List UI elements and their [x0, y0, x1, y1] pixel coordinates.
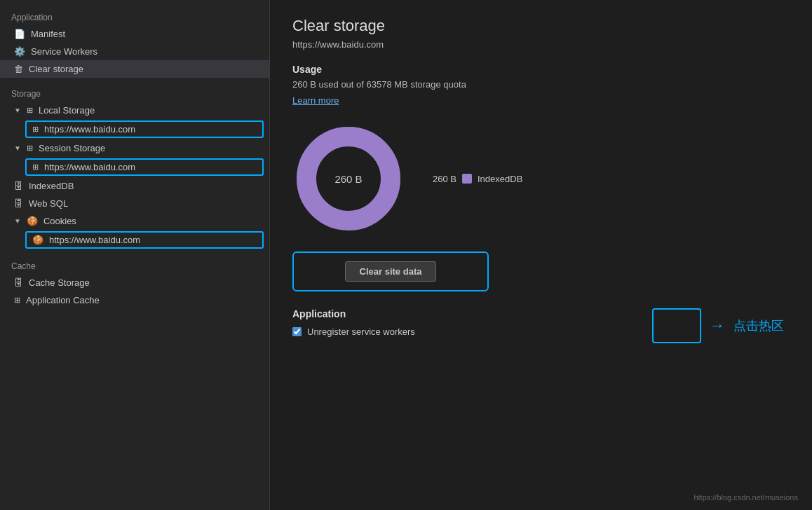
sidebar-item-clear-storage[interactable]: 🗑 Clear storage [0, 60, 269, 78]
section-label-cache: Cache [0, 256, 269, 274]
chevron-down-icon: ▼ [14, 106, 21, 114]
sidebar-item-indexed-db[interactable]: 🗄 IndexedDB [0, 177, 269, 195]
chart-area: 260 B 260 B IndexedDB [292, 123, 790, 235]
clear-storage-label: Clear storage [29, 64, 83, 74]
hotspot-label: 点击热区 [733, 317, 784, 334]
sidebar-item-session-storage-baidu[interactable]: ⊞ https://www.baidu.com [25, 158, 264, 176]
chevron-down-icon2: ▼ [14, 144, 21, 152]
grid-icon: ⊞ [32, 125, 39, 134]
donut-center-label: 260 B [334, 173, 362, 185]
section-label-application: Application [0, 7, 269, 25]
sidebar-item-service-workers[interactable]: ⚙️ Service Workers [0, 43, 269, 60]
sidebar-item-session-storage[interactable]: ▼ ⊞ Session Storage [0, 139, 269, 157]
main-content: Clear storage https://www.baidu.com Usag… [270, 0, 812, 510]
sidebar-item-manifest[interactable]: 📄 Manifest [0, 25, 269, 43]
sidebar-item-local-storage[interactable]: ▼ ⊞ Local Storage [0, 102, 269, 119]
page-title: Clear storage [292, 17, 790, 35]
clear-button-area: Clear site data [292, 251, 489, 291]
legend: 260 B IndexedDB [433, 174, 522, 184]
local-storage-label: Local Storage [39, 105, 95, 116]
sidebar-item-application-cache[interactable]: ⊞ Application Cache [0, 291, 269, 309]
bottom-url: https://blog.csdn.net/museions [693, 493, 798, 502]
session-storage-label: Session Storage [39, 143, 105, 153]
legend-label: IndexedDB [478, 174, 522, 184]
local-storage-baidu-label: https://www.baidu.com [44, 124, 135, 135]
cookies-baidu-label: https://www.baidu.com [49, 235, 140, 245]
hotspot-box [652, 308, 701, 343]
sidebar-item-cookies-group[interactable]: ▼ 🍪 Cookies [0, 212, 269, 230]
sidebar-item-local-storage-baidu[interactable]: ⊞ https://www.baidu.com [25, 120, 264, 138]
usage-text: 260 B used out of 63578 MB storage quota [292, 79, 790, 90]
sidebar: Application 📄 Manifest ⚙️ Service Worker… [0, 0, 270, 510]
grid-icon-session: ⊞ [27, 144, 33, 153]
cookies-label: Cookies [43, 216, 76, 226]
hotspot-area: → 点击热区 [652, 308, 784, 343]
cache-storage-label: Cache Storage [29, 277, 90, 288]
trash-icon: 🗑 [14, 64, 23, 74]
usage-heading: Usage [292, 64, 790, 75]
chevron-down-icon3: ▼ [14, 217, 21, 225]
gear-icon: ⚙️ [14, 46, 25, 57]
page-url: https://www.baidu.com [292, 39, 790, 50]
cookie-icon-item: 🍪 [32, 235, 43, 245]
db-icon-indexed: 🗄 [14, 181, 23, 191]
unregister-service-workers-label: Unregister service workers [307, 326, 415, 337]
db-icon-sql: 🗄 [14, 198, 23, 209]
grid-icon-app-cache: ⊞ [14, 296, 20, 305]
indexed-db-label: IndexedDB [29, 181, 74, 191]
legend-value: 260 B [433, 174, 456, 184]
unregister-service-workers-checkbox[interactable] [292, 327, 302, 336]
manifest-label: Manifest [31, 29, 65, 39]
session-storage-baidu-label: https://www.baidu.com [44, 162, 135, 172]
section-label-storage: Storage [0, 83, 269, 102]
learn-more-link[interactable]: Learn more [292, 95, 339, 106]
web-sql-label: Web SQL [29, 198, 68, 209]
application-cache-label: Application Cache [26, 295, 100, 305]
cookie-icon-group: 🍪 [27, 216, 38, 226]
db-icon-cache: 🗄 [14, 277, 23, 288]
sidebar-item-web-sql[interactable]: 🗄 Web SQL [0, 195, 269, 212]
sidebar-item-cache-storage[interactable]: 🗄 Cache Storage [0, 274, 269, 291]
sidebar-item-cookies-baidu[interactable]: 🍪 https://www.baidu.com [25, 231, 264, 249]
doc-icon: 📄 [14, 29, 25, 39]
legend-color-box [462, 174, 472, 184]
clear-site-data-button[interactable]: Clear site data [345, 261, 437, 282]
grid-icon-local: ⊞ [27, 106, 33, 115]
grid-icon-session-item: ⊞ [32, 163, 39, 172]
legend-item-indexeddb: 260 B IndexedDB [433, 174, 522, 184]
service-workers-label: Service Workers [31, 46, 97, 57]
arrow-icon: → [710, 317, 725, 335]
donut-chart: 260 B [292, 123, 405, 235]
